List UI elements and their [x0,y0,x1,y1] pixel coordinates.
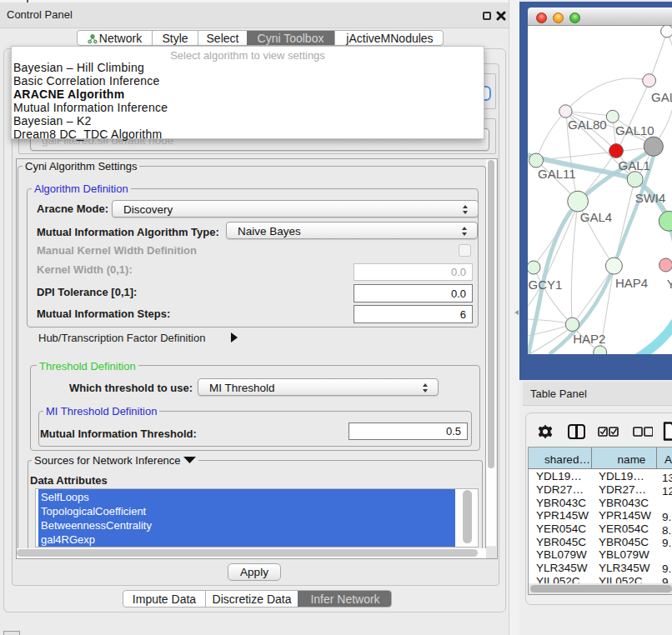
svg-text:GCY1: GCY1 [529,278,563,292]
svg-text:HAP4: HAP4 [615,276,648,290]
svg-text:GAL4: GAL4 [580,210,612,224]
svg-text:GAL80: GAL80 [568,118,607,132]
svg-text:GAL11: GAL11 [538,167,576,181]
svg-text:HAP2: HAP2 [573,332,605,346]
svg-text:SWI4: SWI4 [635,191,666,205]
svg-text:GAL: GAL [651,90,672,104]
svg-text:Y: Y [667,277,672,291]
svg-text:GAL10: GAL10 [615,123,654,138]
svg-text:GAL1: GAL1 [619,158,650,172]
